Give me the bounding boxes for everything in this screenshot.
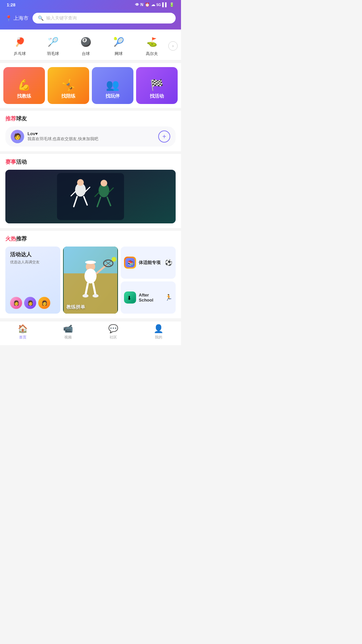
events-section-title: 赛事活动 [5,159,176,166]
bottom-nav: 🏠 首页 📹 视频 💬 社区 👤 我的 [0,321,181,345]
friend-name: Lov♥ [27,131,155,136]
tennis-player-illustration [63,247,118,314]
fitness-icon: 📚 [124,257,136,269]
golf-icon: ⛳ [145,35,159,49]
find-trainer-button[interactable]: 🤸 找陪练 [48,67,89,104]
svg-text:📚: 📚 [127,260,134,266]
svg-point-2 [77,179,84,186]
add-friend-button[interactable]: + [158,130,170,143]
avatar-3: 👩 [38,297,50,309]
avatar-2: 👩 [24,297,36,309]
trainer-label: 找陪练 [61,93,75,99]
fitness-label: 体适能专项 [139,260,161,266]
activity-master-title: 活动达人 [10,251,56,258]
category-golf[interactable]: ⛳ 高尔夫 [135,35,168,57]
partner-icon: 👥 [106,78,119,91]
find-coach-button[interactable]: 💪 找教练 [3,67,45,104]
tennis-label: 网球 [115,51,123,57]
home-label: 首页 [19,335,26,340]
coach-label: 找教练 [17,93,31,99]
search-placeholder: 输入关键字查询 [46,15,77,21]
video-icon: 📹 [63,324,73,333]
fitness-ball-icon: ⚽ [165,259,172,266]
search-bar[interactable]: 🔍 输入关键字查询 [33,13,176,23]
find-activity-button[interactable]: 🏁 找活动 [136,67,178,104]
runners-illustration [57,173,124,220]
sports-categories: 🏓 乒乓球 🏸 羽毛球 🎱 台球 🎾 网球 ⛳ 高尔夫 › [0,30,181,60]
events-banner[interactable] [5,170,176,223]
after-school-label: After School [139,292,162,303]
svg-rect-23 [87,261,94,264]
after-school-card[interactable]: ⬇ After School 🏃 [121,281,176,314]
runner-icon: 🏃 [165,294,172,301]
activity-master-card[interactable]: 活动达人 优选达人高调交友 👩 👩 👩 [5,247,60,314]
nav-home[interactable]: 🏠 首页 [0,324,45,340]
hot-grid: 活动达人 优选达人高调交友 👩 👩 👩 📚 体适能专项 ⚽ [5,247,176,314]
svg-rect-0 [57,173,124,220]
status-icons: 👁N⏰☁5G▌▌🔋 [135,2,174,7]
events-highlight: 赛事 [5,159,16,165]
profile-label: 我的 [155,335,162,340]
coach-icon: 💪 [17,78,31,91]
svg-point-28 [112,257,116,262]
svg-point-21 [84,269,97,283]
hot-section-title: 火热推荐 [5,235,176,243]
friend-avatar: 🧑 [11,130,24,143]
status-time: 1:28 [7,2,15,7]
avatar-1: 👩 [10,297,22,309]
location-text: 上海市 [13,15,28,21]
billiards-icon: 🎱 [79,35,93,49]
trainer-icon: 🤸 [62,78,75,91]
category-tennis[interactable]: 🎾 网球 [102,35,135,57]
nav-profile[interactable]: 👤 我的 [136,324,181,340]
home-icon: 🏠 [18,324,28,333]
svg-point-32 [93,294,99,298]
badminton-label: 羽毛球 [47,51,59,57]
golf-label: 高尔夫 [146,51,158,57]
recommended-section-title: 推荐球友 [5,115,176,122]
nav-community[interactable]: 💬 社区 [90,324,136,340]
activity-master-avatars: 👩 👩 👩 [10,297,56,309]
category-pingpong[interactable]: 🏓 乒乓球 [3,35,36,57]
community-label: 社区 [110,335,117,340]
category-badminton[interactable]: 🏸 羽毛球 [36,35,69,57]
coach-match-label: 教练拼单 [66,304,85,310]
status-bar: 1:28 👁N⏰☁5G▌▌🔋 [0,0,181,9]
nav-video[interactable]: 📹 视频 [45,324,90,340]
pingpong-icon: 🏓 [13,35,27,49]
search-icon: 🔍 [38,15,44,21]
more-categories-button[interactable]: › [168,41,178,51]
svg-point-31 [82,294,88,298]
location-pin-icon: 📍 [5,15,12,21]
profile-icon: 👤 [154,324,164,333]
quick-actions: 💪 找教练 🤸 找陪练 👥 找玩伴 🏁 找活动 [0,63,181,108]
svg-text:⬇: ⬇ [127,295,131,301]
community-icon: 💬 [108,324,118,333]
category-billiards[interactable]: 🎱 台球 [69,35,102,57]
pingpong-label: 乒乓球 [14,51,26,57]
activity-label: 找活动 [150,93,164,99]
coach-match-card[interactable]: 教练拼单 [63,247,118,314]
svg-point-4 [101,180,107,186]
friend-card[interactable]: 🧑 Lov♥ 我喜欢羽毛球,也喜欢交朋友,快来加我吧 + [5,126,176,147]
after-school-icon: ⬇ [124,291,136,304]
header: 📍 上海市 🔍 输入关键字查询 [0,9,181,30]
recommended-friends-section: 推荐球友 🧑 Lov♥ 我喜欢羽毛球,也喜欢交朋友,快来加我吧 + [0,111,181,151]
recommended-highlight: 推荐 [5,116,16,121]
hot-highlight: 火热 [5,236,16,241]
video-label: 视频 [64,335,72,340]
friend-desc: 我喜欢羽毛球,也喜欢交朋友,快来加我吧 [27,136,155,142]
activity-master-subtitle: 优选达人高调交友 [10,260,56,265]
tennis-icon: 🎾 [112,35,126,49]
activity-icon: 🏁 [150,78,164,91]
events-section: 赛事活动 [0,154,181,228]
badminton-icon: 🏸 [46,35,60,49]
fitness-card[interactable]: 📚 体适能专项 ⚽ [121,247,176,279]
billiards-label: 台球 [82,51,90,57]
hot-section: 火热推荐 活动达人 优选达人高调交友 👩 👩 👩 📚 体适能专项 ⚽ [0,231,181,318]
location-display[interactable]: 📍 上海市 [5,15,28,21]
partner-label: 找玩伴 [106,93,120,99]
find-partner-button[interactable]: 👥 找玩伴 [92,67,133,104]
